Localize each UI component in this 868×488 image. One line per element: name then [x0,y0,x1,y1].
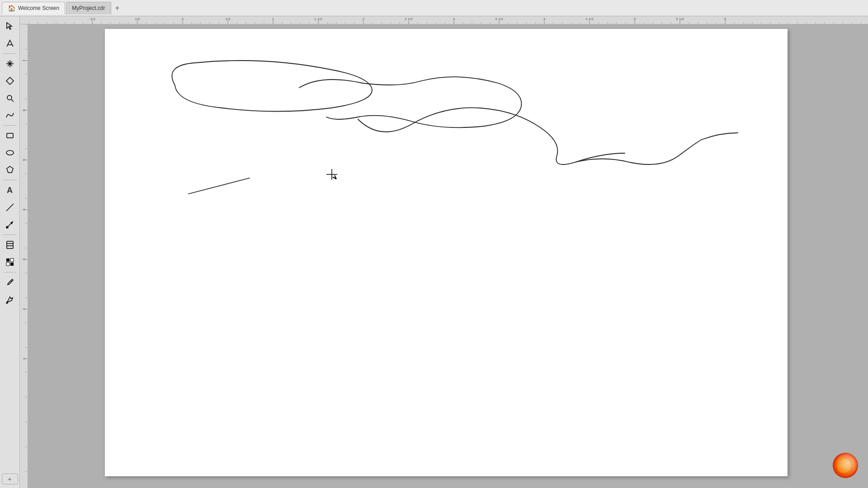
svg-line-10 [6,204,14,211]
svg-marker-4 [6,77,14,84]
text-tool[interactable]: A [2,182,18,198]
svg-rect-7 [7,133,13,138]
add-tab-button[interactable]: + [112,3,123,14]
svg-marker-9 [7,166,13,173]
svg-point-5 [7,95,12,100]
rectangle-tool[interactable] [2,127,18,144]
text-tool-label: A [7,186,13,195]
ruler-top [20,16,868,24]
main-layout: A [0,16,868,488]
toolbar-separator-4 [3,235,17,235]
tab-welcome[interactable]: 🏠 Welcome Screen [2,2,65,14]
canvas-area [20,16,868,488]
title-bar: 🏠 Welcome Screen MyProject.cdr + [0,0,868,16]
freehand-tool[interactable] [2,107,18,123]
drawing-strokes [105,29,788,476]
toolbar-separator-2 [3,125,17,126]
polygon-tool[interactable] [2,162,18,178]
ruler-top-canvas [20,16,868,24]
svg-point-28 [833,453,858,478]
svg-line-6 [11,99,14,102]
shape-tool[interactable] [2,73,18,89]
selector-tool[interactable] [2,18,18,34]
add-tool-icon: + [8,475,11,483]
tab-project-label: MyProject.cdr [72,5,105,11]
svg-marker-12 [11,222,13,224]
svg-rect-17 [6,258,9,262]
ellipse-tool[interactable] [2,145,18,161]
tab-project[interactable]: MyProject.cdr [66,2,111,14]
checker-tool[interactable] [2,254,18,270]
canvas-row [20,24,868,488]
ruler-left-canvas [20,24,28,488]
svg-rect-19 [6,263,9,266]
coreldraw-logo [832,452,859,479]
connector-tool[interactable] [2,216,18,233]
add-tool-button[interactable]: + [2,474,18,484]
fill-tool[interactable] [2,291,18,308]
left-toolbar: A [0,16,20,488]
transform-tool[interactable] [2,56,18,72]
home-icon: 🏠 [8,5,15,12]
drawing-canvas[interactable] [28,24,868,488]
document-page [105,29,788,476]
line-tool[interactable] [2,199,18,216]
svg-line-21 [11,281,12,282]
toolbar-separator-1 [3,53,17,54]
tab-welcome-label: Welcome Screen [18,5,59,11]
svg-rect-14 [7,241,13,249]
svg-rect-18 [10,258,14,262]
svg-point-13 [6,226,8,228]
zoom-tool[interactable] [2,90,18,106]
svg-rect-20 [10,263,14,266]
ruler-left [20,24,28,488]
page-tool[interactable] [2,237,18,253]
node-edit-tool[interactable] [2,35,18,52]
dropper-tool[interactable] [2,274,18,291]
svg-marker-22 [6,302,8,303]
toolbar-separator-5 [3,272,17,272]
svg-point-8 [6,150,14,155]
toolbar-separator-3 [3,180,17,180]
